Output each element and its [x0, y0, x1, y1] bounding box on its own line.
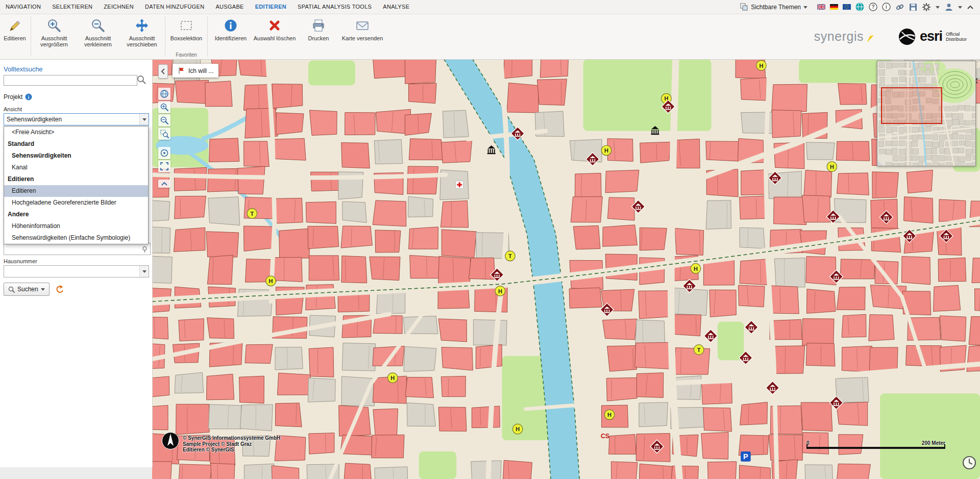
project-info-icon[interactable]: i: [25, 93, 32, 100]
synergis-bolt-icon: [865, 32, 874, 42]
svg-text:H: H: [760, 63, 764, 69]
link-icon[interactable]: [895, 3, 904, 12]
svg-text:i: i: [28, 95, 30, 100]
user-icon[interactable]: [944, 3, 953, 12]
pan-button[interactable]: Ausschnitt verschieben: [120, 16, 164, 47]
send-map-icon: [340, 17, 384, 34]
tab-selektieren[interactable]: SELEKTIEREN: [46, 0, 98, 14]
locate-icon[interactable]: [141, 245, 149, 253]
esri-logo: esri OfficialDistributor: [898, 28, 967, 46]
overview-map-canvas: [877, 61, 975, 166]
overview-map[interactable]: [877, 61, 976, 166]
flag-de-icon[interactable]: [830, 3, 838, 12]
save-icon[interactable]: [909, 3, 917, 12]
map-marker-poi[interactable]: T: [247, 209, 257, 219]
map-marker-parking[interactable]: P: [741, 451, 751, 462]
reset-icon[interactable]: [55, 285, 64, 294]
map-marker-label[interactable]: CS: [601, 433, 609, 440]
previous-extent-button[interactable]: [158, 160, 170, 172]
dropdown-item-freie-ansicht[interactable]: <Freie Ansicht>: [4, 127, 148, 138]
housenumber-combobox[interactable]: [4, 265, 149, 278]
map-area[interactable]: HHHHHHHHHHTTTPCS Ich will ... © SynerGIS…: [152, 59, 980, 479]
housenumber-dropdown-button[interactable]: [139, 266, 149, 277]
info-icon[interactable]: i: [882, 3, 891, 12]
dropdown-item-kanal[interactable]: Kanal: [4, 162, 148, 173]
dropdown-item-hoeheninformation[interactable]: Höheninformation: [4, 220, 148, 232]
map-marker-poi[interactable]: H: [756, 60, 767, 70]
tab-navigation[interactable]: NAVIGATION: [0, 0, 46, 14]
center-map-button[interactable]: [158, 147, 170, 159]
zoom-out-button[interactable]: Ausschnitt verkleinern: [76, 16, 120, 47]
map-marker-poi[interactable]: T: [694, 345, 704, 355]
street-input[interactable]: [4, 243, 151, 255]
fulltext-search-title[interactable]: Volltextsuche: [4, 65, 43, 73]
map-zoom-in-button[interactable]: [158, 101, 170, 113]
svg-text:H: H: [694, 266, 698, 272]
full-extent-button[interactable]: [158, 88, 170, 100]
tab-spatial-analysis[interactable]: SPATIAL ANALYSIS TOOLS: [292, 0, 377, 14]
ribbon-toolbar: Editieren Ausschnitt vergrößern Ausschni…: [0, 14, 980, 60]
identify-icon: [209, 17, 253, 34]
map-zoom-out-button[interactable]: [158, 114, 170, 127]
map-marker-poi[interactable]: H: [691, 263, 701, 273]
map-marker-poi[interactable]: H: [827, 162, 837, 172]
gear-icon[interactable]: [922, 3, 931, 12]
i-will-button[interactable]: Ich will ...: [173, 64, 218, 78]
map-copyright: © SynerGIS Informationssysteme GmbH Samp…: [183, 435, 280, 453]
map-marker-poi[interactable]: H: [388, 373, 398, 383]
map-marker-pharmacy[interactable]: [456, 181, 463, 189]
clear-selection-icon: [253, 17, 297, 34]
svg-text:H: H: [516, 426, 520, 432]
visible-themes-button[interactable]: Sichtbare Themen: [740, 3, 807, 12]
map-marker-poi[interactable]: H: [266, 276, 276, 286]
dropdown-item-georeferenzierte-bilder[interactable]: Hochgeladene Georeferenzierte Bilder: [4, 197, 148, 209]
pencil-icon: [0, 17, 30, 34]
svg-text:i: i: [886, 4, 887, 10]
sidebar-panel: Volltextsuche Projekt i Ansicht Sehenswü…: [0, 59, 153, 467]
sidebar-collapse-button[interactable]: [158, 64, 168, 79]
map-marker-poi[interactable]: H: [604, 410, 615, 420]
search-icon[interactable]: [137, 75, 146, 84]
tab-zeichnen[interactable]: ZEICHNEN: [98, 0, 139, 14]
editieren-button[interactable]: Editieren: [0, 16, 30, 41]
zoom-in-button[interactable]: Ausschnitt vergrößern: [32, 16, 76, 47]
send-map-button[interactable]: Karte versenden: [340, 16, 384, 41]
dropdown-item-editieren[interactable]: Editieren: [4, 185, 148, 197]
flag-icon: [178, 67, 185, 74]
tab-analyse[interactable]: ANALYSE: [377, 0, 415, 14]
map-marker-poi[interactable]: T: [505, 251, 516, 261]
esri-logo-text: esri: [920, 29, 942, 44]
view-combobox-dropdown-button[interactable]: [139, 114, 149, 125]
scale-end-label: 200 Meter: [922, 440, 945, 446]
zoom-window-button[interactable]: [158, 128, 170, 140]
zoom-in-icon: [32, 17, 76, 34]
clear-selection-button[interactable]: Auswahl löschen: [253, 16, 297, 41]
dropdown-group-editieren: Editieren: [4, 173, 148, 185]
housenumber-label: Hausnummer: [4, 258, 37, 264]
dropdown-item-einfache-symbologie[interactable]: Sehenswürdigkeiten (Einfache Symbologie): [4, 232, 148, 244]
tab-ausgabe[interactable]: AUSGABE: [210, 0, 249, 14]
time-slider-button[interactable]: [962, 455, 977, 470]
print-button[interactable]: Drucken: [297, 16, 340, 41]
tab-daten-hinzufuegen[interactable]: DATEN HINZUFÜGEN: [139, 0, 210, 14]
overview-resize-handle[interactable]: [877, 160, 883, 166]
flag-uk-icon[interactable]: [817, 3, 825, 12]
esri-globe-icon: [898, 28, 916, 46]
toolbar-collapse-button[interactable]: [158, 180, 170, 188]
map-canvas[interactable]: HHHHHHHHHHTTTPCS: [152, 59, 980, 479]
view-combobox[interactable]: Sehenswürdigkeiten: [4, 113, 149, 125]
help-icon[interactable]: ?: [869, 3, 877, 12]
collapse-ribbon-icon[interactable]: [967, 3, 974, 12]
map-marker-poi[interactable]: H: [601, 145, 611, 156]
box-select-button[interactable]: Boxselektion: [166, 16, 206, 41]
identify-button[interactable]: Identifizieren: [209, 16, 253, 41]
globe-icon[interactable]: [855, 3, 864, 12]
flag-eu-icon[interactable]: [843, 3, 851, 12]
search-button[interactable]: Suchen: [4, 283, 50, 296]
map-marker-poi[interactable]: H: [512, 424, 523, 434]
map-marker-poi[interactable]: H: [495, 286, 505, 296]
fulltext-search-input[interactable]: [4, 75, 137, 86]
dropdown-item-sehenswuerdigkeiten[interactable]: Sehenswürdigkeiten: [4, 150, 148, 162]
view-combobox-value: Sehenswürdigkeiten: [4, 116, 139, 123]
tab-editieren[interactable]: EDITIEREN: [250, 0, 292, 14]
